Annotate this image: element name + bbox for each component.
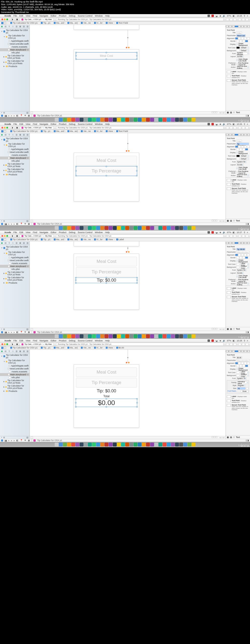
- menubar-icon[interactable]: [207, 231, 210, 234]
- resize-handle[interactable]: [75, 282, 76, 284]
- menu-edit[interactable]: Edit: [20, 123, 24, 125]
- bg-select[interactable]: Default: [240, 158, 249, 160]
- placeholder-input[interactable]: Placeholder String: [236, 251, 249, 253]
- jump-bar-item[interactable]: Vi...ler: [94, 130, 105, 132]
- dock-app[interactable]: [80, 334, 84, 338]
- dock-app[interactable]: [92, 226, 96, 230]
- dock-app[interactable]: [187, 226, 191, 230]
- resize-handle[interactable]: [75, 277, 76, 278]
- dock-app[interactable]: [96, 118, 100, 122]
- library-item[interactable]: Secure Text Field - Hides text from disp…: [227, 404, 249, 411]
- dock-app[interactable]: [113, 226, 117, 230]
- library-search-text[interactable]: Text: [236, 436, 240, 438]
- segue-icon[interactable]: [127, 357, 128, 358]
- dock-app[interactable]: [187, 118, 191, 122]
- segue-icon[interactable]: [127, 248, 128, 249]
- placeholder-input[interactable]: Tip Percentage: [236, 143, 249, 145]
- run-button[interactable]: [11, 126, 15, 129]
- dock-app[interactable]: [134, 442, 137, 446]
- dock-app[interactable]: [187, 334, 191, 338]
- menu-help[interactable]: Help: [105, 15, 110, 17]
- dock-app[interactable]: [163, 226, 166, 230]
- dock-app[interactable]: [192, 226, 195, 230]
- jump-bar-item[interactable]: View: [106, 22, 115, 24]
- volume-icon[interactable]: 🔊: [223, 15, 225, 17]
- font-select[interactable]: System Regular: [236, 52, 249, 55]
- nav-file[interactable]: AppDelegate.swift: [0, 364, 30, 367]
- jump-bar-item[interactable]: Vi...ler: [94, 238, 105, 241]
- dock-app[interactable]: [117, 334, 121, 338]
- jump-bar-item[interactable]: Vi...ler: [94, 22, 105, 24]
- draws-bg-check[interactable]: ✓: [236, 368, 238, 370]
- clock[interactable]: 10:25: [236, 15, 242, 17]
- dock-app[interactable]: [88, 442, 92, 446]
- clock[interactable]: 10:26: [236, 123, 242, 125]
- jump-bar-item[interactable]: View: [106, 238, 115, 241]
- menu-editor[interactable]: Editor: [51, 15, 56, 17]
- menu-debug[interactable]: Debug: [69, 15, 75, 17]
- document-outline-toggle[interactable]: [31, 328, 33, 330]
- debug-process[interactable]: Tip Calculator for OSX p1: [37, 331, 62, 333]
- nav-file[interactable]: ViewController.swift: [0, 42, 30, 45]
- dock-app[interactable]: [171, 118, 175, 122]
- dock-app[interactable]: [163, 442, 166, 446]
- library-search-text[interactable]: Text: [236, 111, 240, 114]
- related-items-icon[interactable]: [1, 130, 4, 132]
- font-select[interactable]: System 50: [236, 161, 246, 163]
- document-outline-toggle[interactable]: [31, 220, 33, 222]
- dock-app[interactable]: [154, 118, 158, 122]
- alignment-segment[interactable]: [235, 37, 250, 40]
- jump-bar-item[interactable]: Ma...ard: [54, 22, 66, 24]
- bg-select[interactable]: Control Color: [240, 266, 249, 268]
- dock-app[interactable]: [80, 442, 84, 446]
- jump-bar-item[interactable]: $0.00: [116, 346, 124, 349]
- nav-file[interactable]: Main.storyboardM: [0, 48, 30, 51]
- jump-bar-item[interactable]: Tip...p1: [41, 346, 53, 349]
- dock-app[interactable]: [67, 118, 71, 122]
- menu-view[interactable]: View: [26, 340, 30, 342]
- document-outline-toggle[interactable]: [31, 112, 33, 114]
- dock-app[interactable]: [63, 442, 67, 446]
- dock-app[interactable]: [129, 226, 133, 230]
- menu-view[interactable]: View: [26, 15, 30, 17]
- menubar-icon[interactable]: [211, 231, 214, 234]
- dock-app[interactable]: [192, 334, 195, 338]
- notifications-icon[interactable]: ≡: [247, 231, 248, 234]
- menu-find[interactable]: Find: [33, 123, 37, 125]
- menu-find[interactable]: Find: [33, 340, 37, 342]
- canvas-window[interactable]: Meal Cost: [74, 49, 139, 98]
- draws-bg-check[interactable]: ✓: [236, 152, 238, 154]
- jump-bar-item[interactable]: Text Field: [116, 130, 128, 132]
- dock-app[interactable]: [109, 118, 113, 122]
- placeholder-input[interactable]: Placeholder String: [236, 359, 249, 362]
- stop-button[interactable]: [15, 343, 19, 346]
- menu-file[interactable]: File: [14, 340, 17, 342]
- menu-file[interactable]: File: [14, 15, 17, 17]
- canvas-textfield[interactable]: Tip Percentage: [76, 166, 137, 176]
- library-item[interactable]: Text Field - Displays editable text.: [227, 75, 249, 78]
- dock-app[interactable]: [100, 334, 104, 338]
- notifications-icon[interactable]: ≡: [247, 340, 248, 342]
- related-items-icon[interactable]: [1, 22, 4, 24]
- nav-file[interactable]: Info.plist: [0, 376, 30, 379]
- menu-window[interactable]: Window: [95, 231, 103, 234]
- alignment-segment[interactable]: [235, 254, 250, 256]
- dock-app[interactable]: [100, 442, 104, 446]
- menu-navigate[interactable]: Navigate: [40, 123, 48, 125]
- dock-app[interactable]: [179, 334, 183, 338]
- menu-edit[interactable]: Edit: [20, 15, 24, 17]
- dock-app[interactable]: [96, 334, 100, 338]
- dock-app[interactable]: [109, 226, 113, 230]
- dock-app[interactable]: [179, 226, 183, 230]
- done-button[interactable]: Done: [241, 390, 248, 392]
- dock-app[interactable]: [67, 334, 71, 338]
- jump-bar-item[interactable]: Label: [116, 238, 124, 241]
- clock[interactable]: 10:27: [236, 231, 242, 234]
- dock-app[interactable]: [154, 226, 158, 230]
- dock-app[interactable]: [192, 118, 195, 122]
- jump-bar-item[interactable]: Tip...p1: [41, 238, 53, 241]
- wifi-icon[interactable]: ◈: [219, 15, 221, 17]
- run-button[interactable]: [11, 18, 15, 21]
- font-select[interactable]: System 70: [236, 377, 246, 380]
- menu-window[interactable]: Window: [95, 340, 103, 342]
